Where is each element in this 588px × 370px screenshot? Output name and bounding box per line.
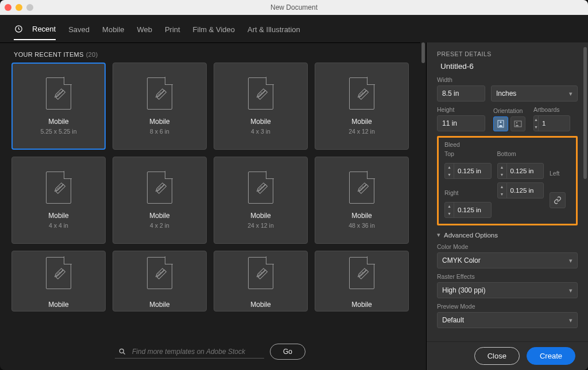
tab-recent-label: Recent xyxy=(32,25,56,33)
bleed-right-field[interactable]: ▲▼ xyxy=(444,202,492,218)
preset-details-heading: PRESET DETAILS xyxy=(437,50,578,57)
preset-card[interactable]: Mobile48 x 36 in xyxy=(315,157,409,244)
color-mode-select[interactable]: CMYK Color▾ xyxy=(437,252,578,268)
height-field[interactable]: 11 in xyxy=(437,115,485,131)
bleed-section: Bleed Top Bottom ▲▼ ▲▼ Left Right xyxy=(437,136,578,225)
document-icon xyxy=(147,257,172,289)
raster-effects-label: Raster Effects xyxy=(437,273,578,280)
bleed-left-field[interactable]: ▲▼ xyxy=(497,182,544,198)
tab-mobile[interactable]: Mobile xyxy=(102,25,124,40)
preset-card[interactable]: Mobile xyxy=(11,251,106,311)
preset-card[interactable]: Mobile24 x 12 in xyxy=(214,157,308,244)
document-icon xyxy=(147,77,172,110)
preset-card-name: Mobile xyxy=(351,118,372,126)
bleed-top-field[interactable]: ▲▼ xyxy=(444,163,492,179)
document-icon xyxy=(248,172,273,204)
tab-art-illustration[interactable]: Art & Illustration xyxy=(247,25,300,40)
preview-mode-label: Preview Mode xyxy=(437,303,578,310)
preset-card-name: Mobile xyxy=(351,212,372,220)
preset-card-name: Mobile xyxy=(48,301,68,309)
preset-grid: Mobile5.25 x 5.25 inMobile8 x 6 inMobile… xyxy=(11,63,409,311)
preset-name-field[interactable]: Untitled-6 xyxy=(440,62,578,71)
orientation-portrait[interactable] xyxy=(493,116,508,131)
preset-card-dimensions: 24 x 12 in xyxy=(247,222,274,229)
preset-card[interactable]: Mobile xyxy=(113,251,207,311)
preset-card[interactable]: Mobile24 x 12 in xyxy=(315,63,409,150)
preview-mode-select[interactable]: Default▾ xyxy=(437,312,578,328)
step-down-icon[interactable]: ▼ xyxy=(534,123,538,131)
svg-point-17 xyxy=(516,122,517,123)
titlebar: New Document xyxy=(0,0,588,15)
recent-items-header: YOUR RECENT ITEMS(20) xyxy=(0,43,420,63)
raster-effects-select[interactable]: High (300 ppi)▾ xyxy=(437,282,578,298)
document-icon xyxy=(147,172,172,204)
tab-saved[interactable]: Saved xyxy=(68,25,90,40)
preset-card-name: Mobile xyxy=(351,301,372,309)
artboards-value[interactable] xyxy=(539,116,570,131)
width-field[interactable]: 8.5 in xyxy=(437,85,485,102)
tab-print[interactable]: Print xyxy=(165,25,180,40)
artboards-stepper[interactable]: ▲▼ xyxy=(533,115,570,131)
preset-card-name: Mobile xyxy=(250,212,270,220)
preset-card-name: Mobile xyxy=(149,118,169,126)
recent-icon xyxy=(14,24,23,33)
preset-card-dimensions: 4 x 3 in xyxy=(251,128,270,135)
new-document-window: New Document Recent Saved Mobile Web Pri… xyxy=(0,0,588,370)
chevron-down-icon: ▾ xyxy=(569,90,572,98)
preset-card-dimensions: 4 x 4 in xyxy=(49,222,68,229)
preset-card-name: Mobile xyxy=(250,301,270,309)
preset-card[interactable]: Mobile4 x 2 in xyxy=(113,157,207,244)
document-icon xyxy=(349,172,374,204)
preset-card[interactable]: Mobile xyxy=(315,251,409,311)
preset-card[interactable]: Mobile4 x 3 in xyxy=(214,63,308,150)
bleed-right-label: Right xyxy=(444,189,492,196)
tab-recent[interactable]: Recent xyxy=(14,24,56,40)
svg-point-15 xyxy=(500,122,502,123)
units-select[interactable]: Inches▾ xyxy=(491,85,578,102)
create-button[interactable]: Create xyxy=(527,347,575,365)
close-button[interactable]: Close xyxy=(474,347,520,365)
right-scrollbar-thumb[interactable] xyxy=(583,47,587,179)
search-icon xyxy=(118,348,126,356)
document-icon xyxy=(46,257,71,289)
step-up-icon[interactable]: ▲ xyxy=(534,116,538,123)
preset-card-name: Mobile xyxy=(48,118,68,126)
orientation-landscape[interactable] xyxy=(510,116,525,131)
window-title: New Document xyxy=(0,3,588,11)
preset-card-dimensions: 48 x 36 in xyxy=(349,222,375,229)
bleed-label: Bleed xyxy=(444,141,570,148)
document-icon xyxy=(46,172,71,204)
document-icon xyxy=(46,77,71,110)
bleed-bottom-label: Bottom xyxy=(497,150,544,157)
bleed-left-label: Left xyxy=(550,170,570,177)
document-icon xyxy=(248,257,273,289)
bleed-top-label: Top xyxy=(444,150,492,157)
left-scrollbar[interactable] xyxy=(420,42,426,370)
preset-card-dimensions: 24 x 12 in xyxy=(349,128,375,135)
preset-card[interactable]: Mobile8 x 6 in xyxy=(113,63,207,150)
tab-film-video[interactable]: Film & Video xyxy=(193,25,235,40)
preset-card-dimensions: 5.25 x 5.25 in xyxy=(40,128,76,135)
preset-card-name: Mobile xyxy=(149,212,169,220)
svg-point-13 xyxy=(119,349,123,353)
dialog-footer: Close Create xyxy=(427,341,588,370)
width-label: Width xyxy=(437,76,578,83)
tab-web[interactable]: Web xyxy=(137,25,152,40)
link-bleed-button[interactable] xyxy=(550,192,566,208)
orientation-label: Orientation xyxy=(493,107,525,114)
preset-card-name: Mobile xyxy=(149,301,169,309)
preset-card[interactable]: Mobile xyxy=(214,251,308,311)
preset-card[interactable]: Mobile5.25 x 5.25 in xyxy=(11,63,106,150)
preset-card-dimensions: 4 x 2 in xyxy=(150,222,169,229)
left-scrollbar-thumb[interactable] xyxy=(421,42,425,63)
adobe-stock-bar: Go xyxy=(0,336,420,370)
preset-card-name: Mobile xyxy=(250,118,270,126)
preset-card-dimensions: 8 x 6 in xyxy=(150,128,169,135)
document-icon xyxy=(349,77,374,110)
bleed-bottom-field[interactable]: ▲▼ xyxy=(497,163,544,179)
advanced-options-toggle[interactable]: ▾ Advanced Options xyxy=(437,231,578,239)
color-mode-label: Color Mode xyxy=(437,243,578,250)
preset-card[interactable]: Mobile4 x 4 in xyxy=(11,157,106,244)
stock-go-button[interactable]: Go xyxy=(270,344,305,360)
stock-search-input[interactable] xyxy=(132,348,261,356)
